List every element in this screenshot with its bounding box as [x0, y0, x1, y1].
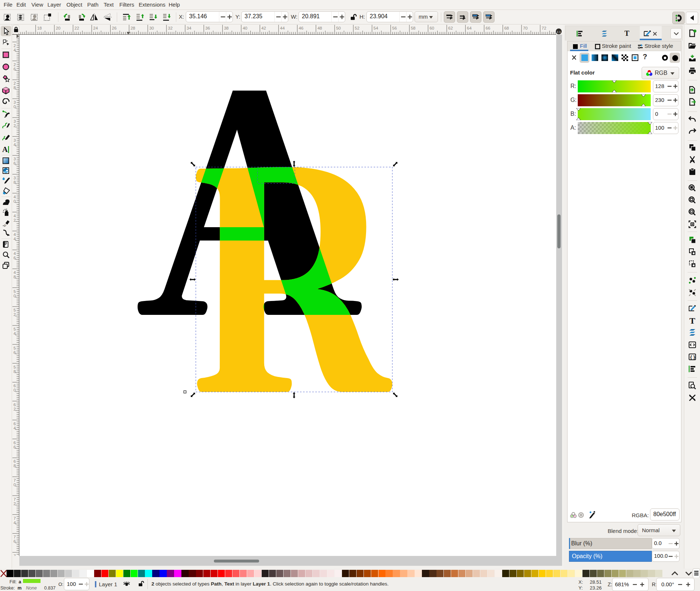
svg-text:6: 6	[14, 256, 16, 260]
svg-text:28: 28	[131, 26, 135, 30]
svg-text:4: 4	[14, 237, 16, 241]
svg-text:5: 5	[14, 365, 16, 369]
svg-text:5: 5	[14, 327, 16, 331]
svg-text:6: 6	[14, 459, 16, 464]
svg-text:6: 6	[14, 539, 16, 544]
svg-text:52: 52	[355, 26, 359, 30]
svg-text:7: 7	[14, 554, 16, 556]
svg-text:{ }: { }	[690, 354, 695, 360]
svg-text:22: 22	[74, 26, 79, 30]
svg-text:4: 4	[14, 195, 16, 199]
svg-text:58: 58	[411, 26, 416, 30]
svg-text:44: 44	[280, 26, 285, 30]
svg-text:6: 6	[14, 67, 16, 71]
svg-text:5: 5	[14, 289, 16, 294]
svg-text:4: 4	[14, 142, 16, 147]
svg-text:26: 26	[112, 26, 117, 30]
svg-text:6: 6	[14, 403, 16, 407]
svg-text:8: 8	[14, 369, 16, 374]
svg-text:54: 54	[373, 26, 378, 30]
svg-text:0: 0	[14, 104, 16, 109]
svg-text:0: 0	[14, 199, 16, 203]
svg-text:72: 72	[542, 26, 546, 30]
svg-text:70: 70	[523, 26, 528, 30]
svg-text:6: 6	[14, 384, 16, 388]
svg-text:2: 2	[14, 407, 16, 411]
svg-text:1:1: 1:1	[557, 30, 561, 34]
svg-text:4: 4	[14, 232, 16, 237]
svg-text:2: 2	[14, 502, 16, 506]
svg-text:2: 2	[14, 123, 16, 128]
svg-text:48: 48	[318, 26, 322, 30]
svg-text:6: 6	[14, 350, 16, 355]
svg-text:6: 6	[14, 441, 16, 445]
svg-text:18: 18	[37, 26, 42, 30]
svg-text:40: 40	[243, 26, 247, 30]
svg-text:36: 36	[205, 26, 210, 30]
svg-text:66: 66	[486, 26, 491, 30]
svg-text:46: 46	[299, 26, 304, 30]
svg-text:7: 7	[14, 535, 16, 539]
svg-text:6: 6	[14, 422, 16, 426]
svg-text:0: 0	[14, 483, 16, 487]
svg-text:30: 30	[149, 26, 154, 30]
svg-text:4: 4	[14, 331, 16, 336]
svg-text:24: 24	[93, 26, 98, 30]
svg-text:4: 4	[14, 251, 16, 256]
svg-text:5: 5	[14, 308, 16, 312]
svg-text:A: A	[2, 145, 8, 153]
svg-text:4: 4	[14, 48, 16, 52]
svg-text:2: 2	[14, 312, 16, 317]
svg-text:0: 0	[14, 388, 16, 392]
svg-text:4: 4	[14, 270, 16, 275]
svg-text:5: 5	[14, 346, 16, 350]
svg-text:34: 34	[186, 26, 191, 30]
svg-text:3: 3	[14, 157, 16, 161]
svg-text:4: 4	[14, 426, 16, 430]
svg-text:20: 20	[56, 26, 61, 30]
svg-text:4: 4	[14, 214, 16, 218]
svg-text:2: 2	[14, 218, 16, 222]
svg-text:32: 32	[168, 26, 173, 30]
svg-text:2: 2	[14, 43, 16, 48]
svg-text:2: 2	[14, 81, 16, 85]
svg-text:50: 50	[336, 26, 341, 30]
svg-text:8: 8	[14, 464, 16, 468]
svg-text:56: 56	[392, 26, 397, 30]
svg-text:68: 68	[504, 26, 509, 30]
svg-text:42: 42	[261, 26, 266, 30]
svg-text:64: 64	[467, 26, 472, 30]
svg-text:2: 2	[14, 62, 16, 67]
svg-text:60: 60	[430, 26, 434, 30]
svg-text:3: 3	[14, 119, 16, 123]
svg-text:8: 8	[14, 85, 16, 90]
svg-text:6: 6	[14, 161, 16, 165]
svg-text:38: 38	[224, 26, 229, 30]
svg-text:4: 4	[14, 521, 16, 525]
svg-text:6: 6	[14, 445, 16, 449]
svg-text:8: 8	[14, 180, 16, 184]
svg-text:3: 3	[14, 176, 16, 180]
svg-text:7: 7	[14, 516, 16, 521]
svg-text:8: 8	[14, 275, 16, 279]
svg-text:3: 3	[14, 100, 16, 104]
svg-text:0: 0	[14, 294, 16, 298]
svg-text:T: T	[689, 316, 695, 325]
svg-text:7: 7	[14, 478, 16, 483]
svg-text:62: 62	[448, 26, 453, 30]
svg-text:7: 7	[14, 497, 16, 502]
svg-text:3: 3	[14, 138, 16, 142]
